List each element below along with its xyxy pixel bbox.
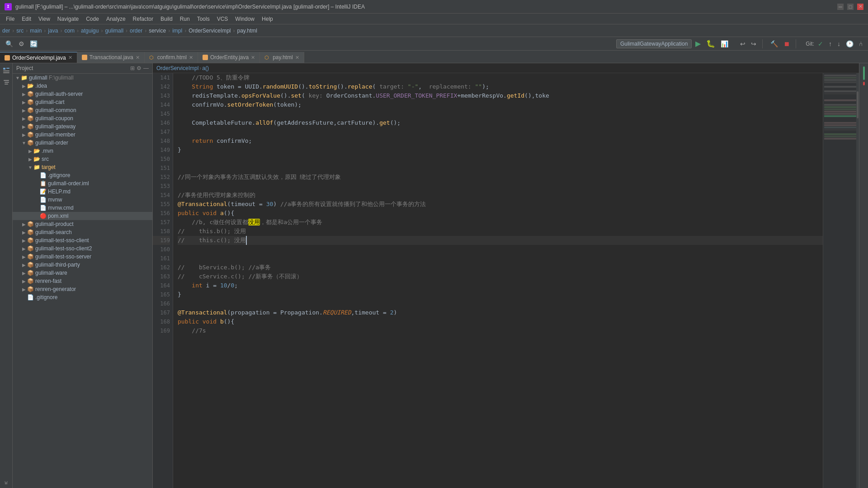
git-checkmark-btn[interactable]: ✓ — [816, 39, 825, 48]
toolbar-redo-btn[interactable]: ↪ — [749, 39, 758, 48]
tab-close-btn3[interactable]: ✕ — [189, 55, 193, 61]
tab-close-btn[interactable]: ✕ — [68, 55, 72, 61]
menu-bar: FileEditViewNavigateCodeAnalyzeRefactorB… — [0, 14, 868, 24]
tree-item-helpmd[interactable]: 📝 HELP.md — [13, 188, 152, 196]
menu-item-refactor[interactable]: Refactor — [129, 15, 157, 23]
code-line-167: @Transactional(propagation = Propagation… — [178, 308, 823, 317]
menu-item-file[interactable]: File — [2, 15, 18, 23]
tree-item-third-party[interactable]: ▶ 📦 gulimall-third-party — [13, 261, 152, 269]
tab-orderentity[interactable]: OrderEntity.java ✕ — [198, 52, 260, 63]
right-sidebar-error-marker[interactable] — [863, 82, 865, 85]
nav-crumb-impl[interactable]: impl — [172, 28, 182, 34]
tree-item-coupon[interactable]: ▶ 📦 gulimall-coupon — [13, 114, 152, 122]
tree-item-product[interactable]: ▶ 📦 gulimall-product — [13, 220, 152, 228]
nav-crumb-main[interactable]: main — [30, 28, 42, 34]
tree-item-member[interactable]: ▶ 📦 gulimall-member — [13, 131, 152, 139]
tree-item-ware[interactable]: ▶ 📦 gulimall-ware — [13, 269, 152, 277]
git-commit-btn[interactable]: ↑ — [827, 39, 834, 48]
toolbar-stop-btn[interactable]: ⏹ — [782, 39, 792, 48]
tab-confirmhtml[interactable]: ⬡ confirm.html ✕ — [145, 52, 198, 63]
nav-crumb-gulimall[interactable]: gulimall — [105, 28, 123, 34]
tree-item-mvnwcmd[interactable]: 📄 mvnw.cmd — [13, 204, 152, 212]
close-button[interactable]: ✕ — [857, 4, 863, 10]
nav-crumb-der[interactable]: der — [2, 28, 10, 34]
sidebar-web-icon[interactable]: W — [1, 478, 11, 488]
tree-item-src[interactable]: ▶ 📂 src — [13, 155, 152, 163]
project-tree-view-btn[interactable]: ⊞ — [130, 65, 135, 71]
menu-item-run[interactable]: Run — [176, 15, 193, 23]
menu-item-edit[interactable]: Edit — [18, 15, 35, 23]
nav-crumb-com[interactable]: com — [64, 28, 75, 34]
menu-item-view[interactable]: View — [35, 15, 54, 23]
tree-item-gateway[interactable]: ▶ 📦 gulimall-gateway — [13, 122, 152, 131]
code-editor[interactable]: //TODO 5、防重令牌 String token = UUID.random… — [173, 73, 823, 488]
tree-item-cart[interactable]: ▶ 📦 gulimall-cart — [13, 98, 152, 106]
maximize-button[interactable]: □ — [847, 4, 854, 10]
menu-item-window[interactable]: Window — [231, 15, 258, 23]
tree-item-search[interactable]: ▶ 📦 gulimall-search — [13, 228, 152, 236]
breadcrumb-method[interactable]: a() — [202, 65, 209, 71]
menu-item-help[interactable]: Help — [258, 15, 277, 23]
tab-label: OrderServiceImpl.java — [12, 55, 66, 61]
tab-transactional[interactable]: Transactional.java ✕ — [77, 52, 145, 63]
tree-item-common[interactable]: ▶ 📦 gulimall-common — [13, 106, 152, 114]
tab-close-btn2[interactable]: ✕ — [136, 55, 140, 61]
nav-crumb-atguigu[interactable]: atguigu — [81, 28, 99, 34]
menu-item-vcs[interactable]: VCS — [213, 15, 232, 23]
tab-orderserviceimpl[interactable]: OrderServiceImpl.java ✕ — [0, 52, 77, 63]
git-branches-btn[interactable]: ⑃ — [857, 39, 864, 48]
tree-item-root[interactable]: ▼ 📁 gulimall F:\gulimall — [13, 74, 152, 82]
toolbar-build-btn[interactable]: 🔨 — [769, 39, 780, 48]
toolbar-sync-btn[interactable]: 🔄 — [28, 39, 39, 48]
tree-item-gitignore-root[interactable]: 📄 .gitignore — [13, 293, 152, 301]
toolbar-undo-btn[interactable]: ↩ — [738, 39, 747, 48]
tree-item-sso-client2[interactable]: ▶ 📦 gulimall-test-sso-client2 — [13, 244, 152, 253]
code-line-148: return confirmVo; — [178, 136, 823, 145]
toolbar-settings-btn[interactable]: ⚙ — [17, 39, 26, 48]
tab-payhtml[interactable]: ⬡ pay.html ✕ — [260, 52, 304, 63]
tab-close-btn5[interactable]: ✕ — [295, 55, 299, 61]
sidebar-project-icon[interactable] — [1, 66, 11, 75]
tree-item-renren-gen[interactable]: ▶ 📦 renren-generator — [13, 285, 152, 293]
tab-icon-html: ⬡ — [149, 55, 154, 61]
profile-button[interactable]: 📊 — [719, 39, 730, 48]
toolbar-search-btn[interactable]: 🔍 — [4, 39, 15, 48]
tab-close-btn4[interactable]: ✕ — [251, 55, 255, 61]
menu-item-code[interactable]: Code — [82, 15, 103, 23]
tree-item-mvnw[interactable]: 📄 mvnw — [13, 196, 152, 204]
tree-item-idea[interactable]: ▶ 📂 .idea — [13, 82, 152, 90]
tree-item-sso-client[interactable]: ▶ 📦 gulimall-test-sso-client — [13, 236, 152, 244]
sidebar-structure-icon[interactable] — [1, 78, 11, 88]
right-sidebar-marker[interactable] — [863, 66, 865, 80]
nav-crumb-src[interactable]: src — [16, 28, 24, 34]
debug-button[interactable]: 🐛 — [704, 38, 717, 49]
tree-item-pomxml[interactable]: 🔴 pom.xml — [13, 212, 152, 220]
nav-crumb-order[interactable]: order — [130, 28, 142, 34]
nav-crumb-java[interactable]: java — [48, 28, 58, 34]
menu-item-tools[interactable]: Tools — [193, 15, 213, 23]
tree-item-target[interactable]: ▼ 📁 target — [13, 163, 152, 171]
code-line-146: CompletableFuture.allOf(getAddressFuture… — [178, 118, 823, 127]
menu-item-build[interactable]: Build — [157, 15, 176, 23]
tree-item-renren-fast[interactable]: ▶ 📦 renren-fast — [13, 277, 152, 285]
menu-item-analyze[interactable]: Analyze — [103, 15, 129, 23]
run-config-selector[interactable]: GulimallGatewayApplication — [616, 39, 692, 48]
git-pull-btn[interactable]: ↓ — [835, 39, 842, 48]
menu-item-navigate[interactable]: Navigate — [54, 15, 82, 23]
breadcrumb-class[interactable]: OrderServiceImpl — [156, 65, 198, 71]
tree-item-iml[interactable]: 📋 gulimall-order.iml — [13, 179, 152, 188]
tree-item-gitignore-order[interactable]: 📄 .gitignore — [13, 171, 152, 179]
tree-item-auth[interactable]: ▶ 📦 gulimall-auth-server — [13, 90, 152, 98]
nav-crumb-orderserviceimpl[interactable]: OrderServiceImpl — [189, 28, 231, 34]
project-settings-btn[interactable]: ⚙ — [137, 65, 142, 71]
project-collapse-btn[interactable]: — — [143, 65, 149, 71]
minimize-button[interactable]: ─ — [837, 4, 844, 10]
run-button[interactable]: ▶ — [693, 38, 703, 49]
git-history-btn[interactable]: 🕐 — [844, 39, 855, 48]
project-title: Project — [16, 65, 33, 71]
tree-item-mvn[interactable]: ▶ 📂 .mvn — [13, 147, 152, 155]
tree-item-order[interactable]: ▼ 📦 gulimall-order — [13, 139, 152, 147]
tree-item-sso-server[interactable]: ▶ 📦 gulimall-test-sso-server — [13, 253, 152, 261]
nav-crumb-service[interactable]: service — [149, 28, 166, 34]
editor: OrderServiceImpl › a() 141 142 143 144 1… — [153, 63, 859, 488]
